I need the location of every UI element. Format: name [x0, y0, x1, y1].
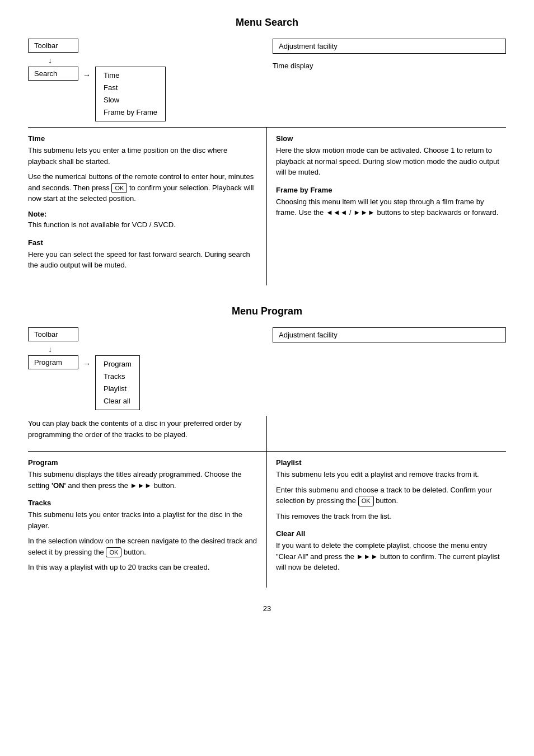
search-diagram-left: Toolbar ↓ Search → Time Fast Slow Frame … [28, 39, 267, 121]
clear-all-heading: Clear All [276, 529, 506, 538]
arrow-down-program: ↓ [28, 345, 261, 354]
slow-heading: Slow [276, 134, 506, 143]
playlist-heading: Playlist [276, 458, 506, 467]
ok-button-tracks: OK [106, 547, 121, 558]
frame-heading: Frame by Frame [276, 186, 506, 194]
arrow-right-search: → [78, 67, 95, 81]
frame-section: Frame by Frame Choosing this menu item w… [276, 186, 506, 218]
frame-text: Choosing this menu item will let you ste… [276, 196, 506, 218]
search-col-right: Slow Here the slow motion mode can be ac… [267, 128, 506, 285]
program-sub-text: This submenu displays the titles already… [28, 469, 257, 491]
program-diagram-right: Adjustment facility [267, 327, 506, 350]
prog-submenu-clearall: Clear all [104, 395, 132, 407]
clear-all-section: Clear All If you want to delete the comp… [276, 529, 506, 573]
ok-button-playlist: OK [358, 496, 374, 506]
toolbar-box: Toolbar [28, 39, 78, 53]
tracks-para2: In the selection window on the screen na… [28, 536, 257, 557]
tracks-para2-after: button. [124, 548, 146, 556]
search-submenu-list: Time Fast Slow Frame by Frame [95, 67, 166, 121]
menu-program-title: Menu Program [28, 306, 506, 317]
program-box: Program [28, 355, 78, 369]
program-sub-heading: Program [28, 458, 257, 467]
ok-button-time: OK [111, 183, 127, 194]
submenu-item-slow: Slow [104, 94, 157, 106]
playlist-section: Playlist This submenu lets you edit a pl… [276, 458, 506, 522]
clear-all-ff: ►►► [357, 552, 380, 561]
page: Menu Search Toolbar ↓ Search → Time Fast… [0, 0, 534, 756]
adjustment-box-search: Adjustment facility [273, 39, 506, 54]
search-box: Search [28, 67, 78, 81]
slow-text: Here the slow motion mode can be activat… [276, 145, 506, 178]
clear-all-text: If you want to delete the complete playl… [276, 540, 506, 573]
prog-submenu-playlist: Playlist [104, 383, 132, 395]
playlist-para1: This submenu lets you edit a playlist an… [276, 469, 506, 480]
frame-arrows: ◄◄◄ / ►►► [326, 208, 377, 217]
page-number: 23 [28, 604, 506, 613]
program-intro-right [267, 416, 506, 451]
time-note: Note: This function is not available for… [28, 209, 257, 231]
program-ff: ►►► [130, 481, 154, 490]
time-para1: This submenu lets you enter a time posit… [28, 145, 257, 167]
program-two-col: Program This submenu displays the titles… [28, 451, 506, 588]
prog-submenu-tracks: Tracks [104, 370, 132, 383]
slow-section: Slow Here the slow motion mode can be ac… [276, 134, 506, 178]
arrow-down-search: ↓ [28, 56, 261, 65]
program-intro-left: You can play back the contents of a disc… [28, 416, 267, 451]
tracks-heading: Tracks [28, 499, 257, 507]
program-diagram-left: Toolbar ↓ Program → Program Tracks Playl… [28, 327, 267, 410]
adjustment-box-program: Adjustment facility [273, 327, 506, 342]
prog-submenu-program: Program [104, 358, 132, 370]
playlist-para2: Enter this submenu and choose a track to… [276, 485, 506, 506]
search-row: Search → Time Fast Slow Frame by Frame [28, 67, 261, 121]
search-diagram-right: Adjustment facility Time display [267, 39, 506, 70]
submenu-item-fast: Fast [104, 82, 157, 94]
submenu-item-frame: Frame by Frame [104, 106, 157, 119]
tracks-para1: This submenu lets you enter tracks into … [28, 509, 257, 531]
program-submenu-list: Program Tracks Playlist Clear all [95, 355, 140, 410]
fast-text: Here you can select the speed for fast f… [28, 249, 257, 271]
fast-section: Fast Here you can select the speed for f… [28, 238, 257, 271]
program-row: Program → Program Tracks Playlist Clear … [28, 355, 261, 410]
note-text: This function is not available for VCD /… [28, 220, 176, 229]
program-col-left: Program This submenu displays the titles… [28, 452, 267, 588]
search-two-col: Time This submenu lets you enter a time … [28, 127, 506, 285]
note-heading: Note: [28, 210, 46, 218]
tracks-para3: In this way a playlist with up to 20 tra… [28, 562, 257, 573]
program-diagram-area: Toolbar ↓ Program → Program Tracks Playl… [28, 327, 506, 410]
search-col-left: Time This submenu lets you enter a time … [28, 128, 267, 285]
tracks-section: Tracks This submenu lets you enter track… [28, 499, 257, 573]
program-col-right: Playlist This submenu lets you edit a pl… [267, 452, 506, 588]
program-on: 'ON' [51, 481, 66, 490]
menu-search-title: Menu Search [28, 17, 506, 29]
frame-text-after: buttons to step backwards or forward. [377, 208, 499, 217]
toolbar-box-program: Toolbar [28, 327, 78, 341]
program-intro: You can play back the contents of a disc… [28, 418, 257, 440]
program-intro-area: You can play back the contents of a disc… [28, 416, 506, 451]
time-display-label: Time display [273, 62, 313, 70]
time-para2: Use the numerical buttons of the remote … [28, 171, 257, 204]
arrow-right-program: → [78, 355, 95, 370]
playlist-para3: This removes the track from the list. [276, 511, 506, 522]
playlist-para2-after: button. [376, 496, 398, 505]
fast-heading: Fast [28, 238, 257, 247]
program-text-after: and then press the [68, 481, 128, 490]
time-section: Time This submenu lets you enter a time … [28, 134, 257, 231]
time-heading: Time [28, 134, 257, 143]
search-diagram-area: Toolbar ↓ Search → Time Fast Slow Frame … [28, 39, 506, 121]
program-text-end: button. [154, 481, 176, 490]
program-sub-section: Program This submenu displays the titles… [28, 458, 257, 491]
submenu-item-time: Time [104, 69, 157, 82]
